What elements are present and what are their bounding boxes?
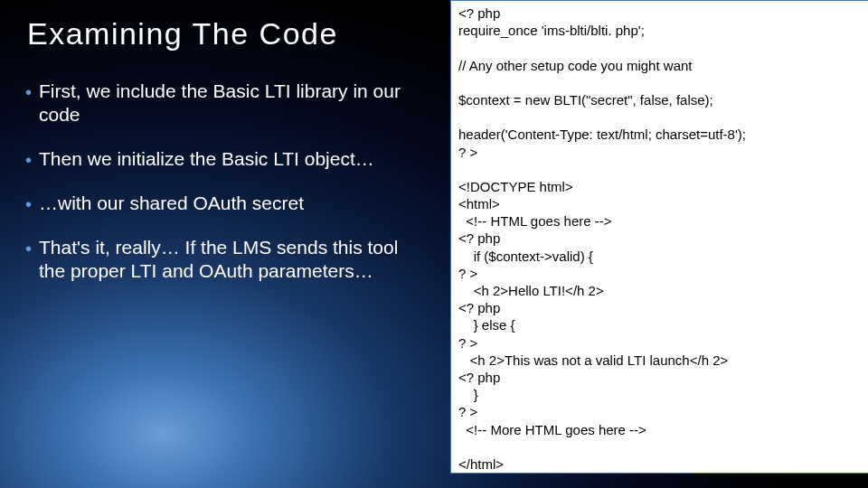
code-block: <? php require_once 'ims-blti/blti. php'… (450, 0, 868, 474)
bullet-item: • …with our shared OAuth secret (25, 192, 423, 216)
bullet-list: • First, we include the Basic LTI librar… (25, 80, 423, 303)
slide: Examining The Code • First, we include t… (0, 0, 868, 488)
bullet-item: • Then we initialize the Basic LTI objec… (25, 147, 423, 172)
bullet-dot-icon: • (25, 238, 32, 260)
bullet-text: First, we include the Basic LTI library … (39, 80, 423, 127)
bullet-dot-icon: • (25, 149, 32, 172)
bullet-text: Then we initialize the Basic LTI object… (39, 147, 423, 171)
bullet-dot-icon: • (25, 81, 32, 104)
bullet-item: • First, we include the Basic LTI librar… (25, 80, 423, 127)
bullet-text: …with our shared OAuth secret (39, 192, 423, 215)
bullet-dot-icon: • (25, 193, 32, 216)
bullet-item: • That's it, really… If the LMS sends th… (25, 236, 423, 284)
slide-title: Examining The Code (27, 16, 338, 52)
bullet-text: That's it, really… If the LMS sends this… (39, 236, 423, 284)
